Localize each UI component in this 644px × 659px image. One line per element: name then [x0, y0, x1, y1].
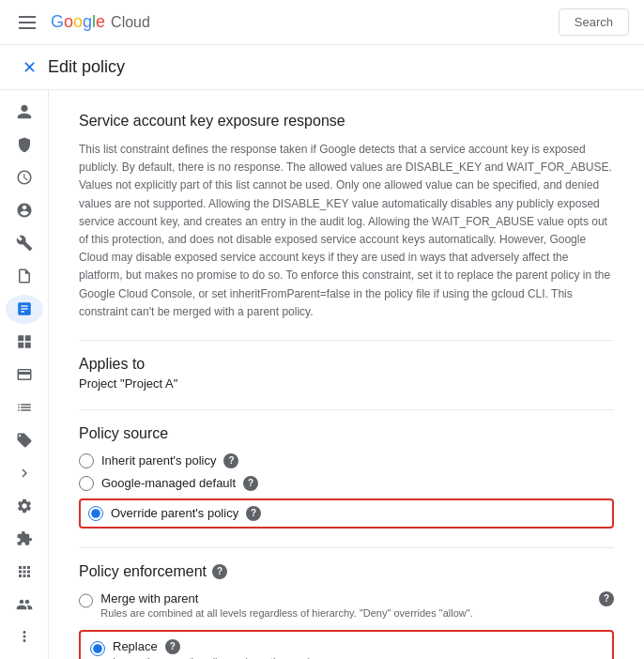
- applies-to-section: Applies to Project "Project A": [79, 356, 614, 391]
- radio-inherit-input[interactable]: [79, 453, 94, 468]
- policy-source-title: Policy source: [79, 425, 614, 442]
- radio-override-input[interactable]: [88, 506, 103, 521]
- radio-merge-input[interactable]: [79, 593, 93, 608]
- sidebar-item-list[interactable]: [6, 392, 43, 421]
- sidebar-item-wrench[interactable]: [6, 229, 43, 258]
- hamburger-menu-icon[interactable]: [15, 12, 39, 33]
- radio-override-outlined: Override parent's policy ?: [79, 498, 614, 529]
- google-managed-help-icon[interactable]: ?: [243, 476, 258, 491]
- radio-replace-outlined: Replace ? Ignore the parent's policy and…: [79, 630, 614, 659]
- divider-2: [79, 409, 614, 410]
- override-help-icon[interactable]: ?: [246, 506, 261, 521]
- radio-override-label: Override parent's policy: [111, 506, 238, 520]
- sidebar: [0, 90, 49, 659]
- enforcement-header: Policy enforcement ?: [79, 563, 614, 580]
- search-button[interactable]: Search: [559, 8, 629, 36]
- sidebar-item-person-circle[interactable]: [6, 196, 43, 225]
- radio-merge-label: Merge with parent: [100, 591, 472, 605]
- inherit-help-icon[interactable]: ?: [223, 453, 238, 468]
- sidebar-item-puzzle[interactable]: [6, 524, 43, 553]
- merge-label-group: Merge with parent Rules are combined at …: [100, 591, 472, 619]
- replace-help-icon[interactable]: ?: [165, 639, 180, 654]
- content-area: Service account key exposure response Th…: [49, 90, 644, 659]
- sidebar-item-policy[interactable]: [6, 295, 43, 324]
- sidebar-item-stream[interactable]: [6, 458, 43, 487]
- topbar-left: Google Cloud: [15, 12, 559, 33]
- merge-help-icon[interactable]: ?: [599, 591, 614, 606]
- main-layout: Service account key exposure response Th…: [0, 90, 644, 659]
- policy-description: This list constraint defines the respons…: [79, 141, 614, 321]
- policy-enforcement-section: Policy enforcement ? Merge with parent R…: [79, 563, 614, 659]
- divider-1: [79, 340, 614, 341]
- radio-replace-input[interactable]: [90, 641, 105, 656]
- topbar: Google Cloud Search: [0, 0, 644, 45]
- applies-to-value: Project "Project A": [79, 376, 614, 391]
- radio-override-parent[interactable]: Override parent's policy ?: [88, 506, 261, 521]
- sidebar-item-settings[interactable]: [6, 491, 43, 520]
- radio-google-managed-input[interactable]: [79, 476, 94, 491]
- sidebar-item-grid[interactable]: [6, 328, 43, 357]
- sidebar-item-shield[interactable]: [6, 130, 43, 160]
- radio-inherit-parent[interactable]: Inherit parent's policy ?: [79, 453, 614, 468]
- radio-merge-parent[interactable]: Merge with parent Rules are combined at …: [79, 591, 614, 619]
- sidebar-item-billing[interactable]: [6, 360, 43, 390]
- policy-source-section: Policy source Inherit parent's policy ? …: [79, 425, 614, 529]
- close-icon[interactable]: ✕: [23, 57, 37, 78]
- google-cloud-logo: Google Cloud: [51, 12, 150, 32]
- sidebar-item-tag[interactable]: [6, 425, 43, 454]
- policy-enforcement-title: Policy enforcement: [79, 563, 207, 580]
- radio-google-managed[interactable]: Google-managed default ?: [79, 476, 614, 491]
- sidebar-item-clock[interactable]: [6, 163, 43, 192]
- subbar: ✕ Edit policy: [0, 45, 644, 90]
- sidebar-item-more-grid[interactable]: [6, 557, 43, 586]
- policy-section-title: Service account key exposure response: [79, 113, 614, 130]
- sidebar-item-document[interactable]: [6, 262, 43, 291]
- policy-source-radio-group: Inherit parent's policy ? Google-managed…: [79, 453, 614, 529]
- radio-google-managed-label: Google-managed default: [101, 476, 236, 490]
- radio-merge-sub: Rules are combined at all levels regardl…: [100, 607, 472, 619]
- page-title: Edit policy: [48, 57, 125, 77]
- sidebar-item-more-menu[interactable]: [6, 622, 43, 651]
- applies-to-title: Applies to: [79, 356, 614, 373]
- merge-row: Merge with parent Rules are combined at …: [100, 591, 614, 619]
- divider-3: [79, 547, 614, 548]
- radio-inherit-label: Inherit parent's policy: [101, 453, 216, 467]
- sidebar-item-person[interactable]: [6, 98, 43, 127]
- radio-replace-label: Replace: [113, 639, 158, 653]
- enforcement-help-icon[interactable]: ?: [212, 564, 227, 579]
- sidebar-item-person2[interactable]: [6, 590, 43, 619]
- replace-label-group: Replace ? Ignore the parent's policy and…: [113, 639, 324, 659]
